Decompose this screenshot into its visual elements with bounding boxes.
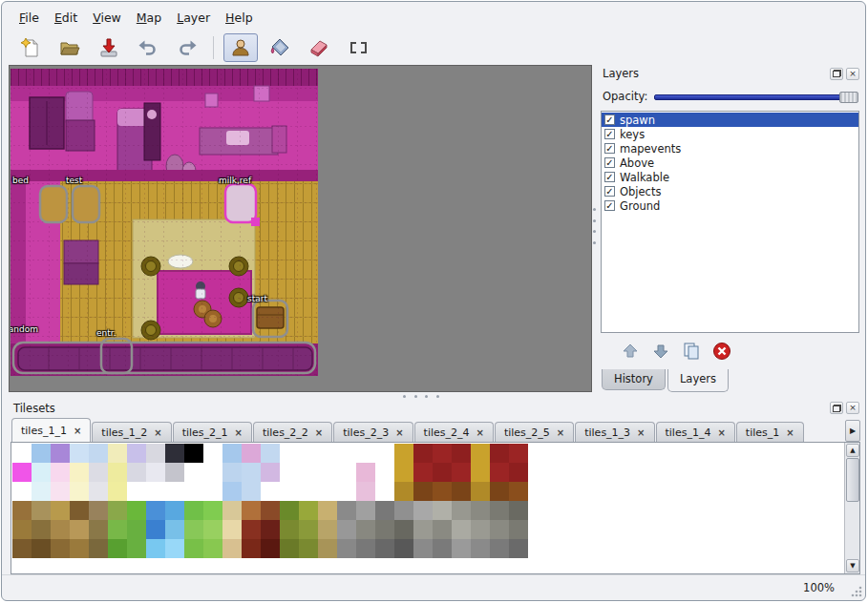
tileset-tile[interactable] [12, 501, 32, 520]
tileset-tile[interactable] [413, 539, 433, 558]
tileset-tile[interactable] [127, 539, 146, 558]
tileset-tile[interactable] [413, 444, 433, 463]
layers-dock-float-button[interactable] [830, 68, 843, 80]
menu-item-map[interactable]: Map [129, 8, 169, 28]
tileset-tile[interactable] [222, 539, 242, 558]
tileset-tile[interactable] [242, 482, 261, 501]
tileset-tile[interactable] [12, 463, 32, 482]
tileset-tile[interactable] [222, 463, 242, 482]
tileset-tile[interactable] [165, 463, 184, 482]
tab-close-icon[interactable]: × [395, 427, 403, 438]
opacity-slider-handle[interactable] [839, 92, 858, 103]
tileset-tile[interactable] [108, 501, 127, 520]
tileset-tile[interactable] [184, 501, 203, 520]
menu-item-edit[interactable]: Edit [47, 8, 85, 28]
tileset-tile[interactable] [89, 444, 108, 463]
tileset-scrollbar[interactable]: ▲ ▼ [844, 443, 859, 573]
tileset-tile[interactable] [203, 520, 222, 539]
tab-close-icon[interactable]: × [786, 427, 794, 438]
tileset-tile[interactable] [471, 539, 490, 558]
layers-dock-close-button[interactable]: × [846, 68, 859, 80]
tileset-tile[interactable] [184, 444, 203, 463]
tileset-tile[interactable] [70, 539, 89, 558]
tileset-tile[interactable] [280, 539, 299, 558]
tileset-tile[interactable] [261, 501, 280, 520]
tileset-tile[interactable] [337, 482, 356, 501]
layer-row-Objects[interactable]: ✓Objects [602, 184, 858, 198]
tileset-tile[interactable] [51, 482, 70, 501]
tileset-tile[interactable] [452, 501, 471, 520]
menu-item-view[interactable]: View [85, 8, 129, 28]
layer-visibility-checkbox[interactable]: ✓ [604, 114, 615, 125]
tileset-tile[interactable] [32, 501, 51, 520]
move-layer-down-button[interactable] [648, 339, 673, 364]
tileset-tile[interactable] [108, 539, 127, 558]
tileset-tile[interactable] [509, 539, 528, 558]
tileset-tile[interactable] [452, 482, 471, 501]
tileset-view[interactable]: ▲ ▼ [11, 442, 860, 574]
tileset-tile[interactable] [51, 501, 70, 520]
redo-button[interactable] [170, 33, 204, 62]
tileset-tab-tiles_1_4[interactable]: tiles_1_4× [656, 422, 735, 442]
tileset-tile[interactable] [146, 520, 165, 539]
tileset-tile[interactable] [146, 501, 165, 520]
tileset-tile[interactable] [490, 501, 509, 520]
tileset-tile[interactable] [32, 539, 51, 558]
tileset-tile[interactable] [356, 520, 375, 539]
tileset-tab-tiles_1_1[interactable]: tiles_1_1× [11, 418, 91, 442]
tileset-tile[interactable] [146, 482, 165, 501]
tab-close-icon[interactable]: × [235, 427, 243, 438]
tileset-tile[interactable] [261, 539, 280, 558]
tab-close-icon[interactable]: × [637, 427, 645, 438]
scroll-down-button[interactable]: ▼ [846, 559, 859, 572]
tileset-tile[interactable] [32, 463, 51, 482]
tilesets-dock-float-button[interactable] [830, 402, 843, 414]
tab-close-icon[interactable]: × [315, 427, 323, 438]
tileset-tile[interactable] [318, 520, 337, 539]
tileset-tile[interactable] [242, 520, 261, 539]
tileset-tile[interactable] [509, 501, 528, 520]
tileset-tile[interactable] [337, 520, 356, 539]
tileset-tile[interactable] [261, 463, 280, 482]
tileset-tile[interactable] [12, 520, 32, 539]
tileset-tile[interactable] [89, 482, 108, 501]
tileset-tile[interactable] [261, 444, 280, 463]
tab-layers[interactable]: Layers [667, 369, 729, 392]
tab-scroll-right-button[interactable]: ▶ [845, 420, 860, 442]
tileset-tile[interactable] [12, 444, 32, 463]
tileset-tile[interactable] [509, 463, 528, 482]
tileset-tile[interactable] [222, 482, 242, 501]
tileset-tab-tiles_1_3[interactable]: tiles_1_3× [575, 422, 654, 442]
tileset-tile[interactable] [509, 520, 528, 539]
tileset-tile[interactable] [12, 482, 32, 501]
tileset-tile[interactable] [280, 501, 299, 520]
layer-visibility-checkbox[interactable]: ✓ [604, 143, 615, 154]
menu-item-layer[interactable]: Layer [169, 8, 218, 28]
eraser-tool-button[interactable] [302, 33, 336, 62]
tileset-tile[interactable] [70, 482, 89, 501]
bucket-fill-tool-button[interactable] [263, 33, 297, 62]
tileset-tile[interactable] [490, 520, 509, 539]
tileset-tile[interactable] [471, 482, 490, 501]
tileset-tile[interactable] [70, 444, 89, 463]
tileset-tile[interactable] [127, 520, 146, 539]
tileset-tab-tiles_2_5[interactable]: tiles_2_5× [495, 422, 574, 442]
tileset-tile[interactable] [299, 539, 318, 558]
tileset-tab-tiles_2_2[interactable]: tiles_2_2× [253, 422, 332, 442]
tileset-tile[interactable] [375, 463, 394, 482]
tileset-tile[interactable] [394, 482, 413, 501]
tileset-tile[interactable] [394, 444, 413, 463]
layer-visibility-checkbox[interactable]: ✓ [604, 172, 615, 182]
scroll-up-button[interactable]: ▲ [846, 444, 859, 457]
tileset-tile[interactable] [165, 539, 184, 558]
tileset-tile[interactable] [318, 444, 337, 463]
tileset-tile[interactable] [146, 463, 165, 482]
tileset-tile[interactable] [394, 463, 413, 482]
layer-visibility-checkbox[interactable]: ✓ [604, 129, 615, 139]
tileset-tile[interactable] [471, 444, 490, 463]
tileset-tile[interactable] [222, 444, 242, 463]
tileset-tile[interactable] [433, 444, 452, 463]
tileset-tile[interactable] [165, 482, 184, 501]
tab-history[interactable]: History [602, 369, 666, 390]
tileset-tile[interactable] [299, 501, 318, 520]
